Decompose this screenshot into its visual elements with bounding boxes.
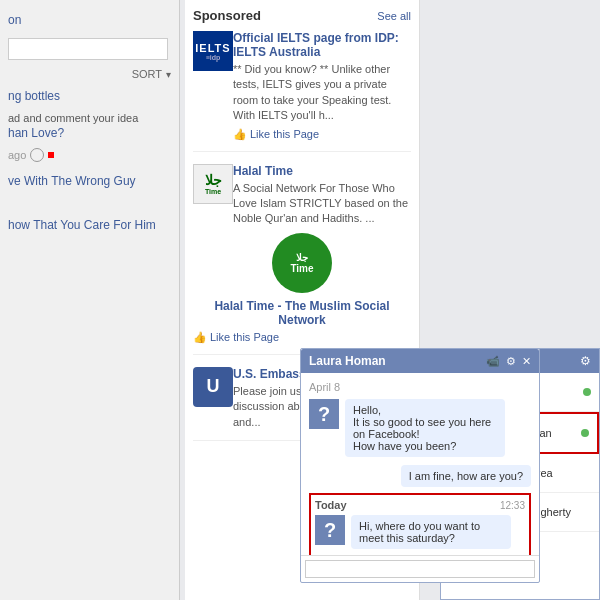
halal-center: جلاTime Halal Time - The Muslim Social N… — [193, 233, 411, 327]
today-sender-avatar: ? — [315, 515, 345, 545]
ad-content-ielts: Official IELTS page from IDP: IELTS Aust… — [233, 31, 411, 141]
nav-item-on[interactable]: on — [8, 10, 171, 30]
today-chat-bubble: Hi, where do you want to meet this satur… — [351, 515, 511, 549]
halal-ad-content: Halal Time A Social Network For Those Wh… — [233, 164, 411, 227]
chat-popup-name: Laura Homan — [309, 354, 386, 368]
chat-close-icon[interactable]: ✕ — [522, 355, 531, 368]
halal-like-label: Like this Page — [210, 331, 279, 343]
halal-big-logo: جلاTime — [272, 233, 332, 293]
thumbs-up-icon: 👍 — [233, 128, 247, 141]
halal-ad-title[interactable]: Halal Time — [233, 164, 411, 178]
halal-ad-desc: A Social Network For Those Who Love Isla… — [233, 181, 411, 227]
ielts-like-button[interactable]: 👍 Like this Page — [233, 128, 411, 141]
chat-gear-icon[interactable]: ⚙ — [580, 354, 591, 368]
ielts-like-label: Like this Page — [250, 128, 319, 140]
chat-popup: Laura Homan 📹 ⚙ ✕ April 8 ? Hello,It is … — [300, 348, 540, 583]
chat-header-icons: 📹 ⚙ ✕ — [486, 355, 531, 368]
chat-text-input[interactable] — [305, 560, 535, 578]
chat-date-april: April 8 — [309, 381, 531, 393]
laura-online-dot — [581, 429, 589, 437]
story-link-care[interactable]: how That You Care For Him — [8, 218, 171, 232]
group-item-bottles[interactable]: ng bottles — [8, 86, 171, 106]
halal-logo-small: جلا Time — [193, 164, 233, 204]
halal-link-title[interactable]: Halal Time - The Muslim Social Network — [193, 299, 411, 327]
halal-top-row: جلا Time Halal Time A Social Network For… — [193, 164, 411, 227]
embassy-logo: U — [193, 367, 233, 407]
katia-online-dot — [583, 388, 591, 396]
ad-item-ielts: IELTS ≡idp Official IELTS page from IDP:… — [193, 31, 411, 152]
question-link[interactable]: han Love? — [8, 126, 171, 140]
notification-dot — [48, 152, 54, 158]
chat-own-message: I am fine, how are you? — [309, 465, 531, 487]
sort-label: SORT — [132, 68, 162, 80]
ago-label: ago — [8, 149, 26, 161]
today-section: Today 12:33 ? Hi, where do you want to m… — [309, 493, 531, 555]
sponsored-header: Sponsored See all — [193, 8, 411, 23]
embassy-icon: U — [207, 376, 220, 397]
today-header: Today 12:33 — [315, 499, 525, 511]
today-label: Today — [315, 499, 347, 511]
idea-text: ad and comment your idea — [8, 112, 171, 124]
sort-arrow-icon: ▾ — [166, 69, 171, 80]
laura-chat-avatar: ? — [309, 399, 339, 429]
ielts-ad-desc: ** Did you know? ** Unlike other tests, … — [233, 62, 411, 124]
chat-bubble-hello: Hello,It is so good to see you here on F… — [345, 399, 505, 457]
halal-like-button[interactable]: 👍 Like this Page — [193, 331, 411, 344]
left-sidebar: on SORT ▾ ng bottles ad and comment your… — [0, 0, 180, 600]
story-link-wrong-guy[interactable]: ve With The Wrong Guy — [8, 174, 171, 188]
chat-body: April 8 ? Hello,It is so good to see you… — [301, 373, 539, 555]
today-time: 12:33 — [500, 500, 525, 511]
video-call-icon[interactable]: 📹 — [486, 355, 500, 368]
chat-bubble-fine: I am fine, how are you? — [401, 465, 531, 487]
globe-icon — [30, 148, 44, 162]
today-message-row: ? Hi, where do you want to meet this sat… — [315, 515, 525, 549]
chat-input-row — [301, 555, 539, 582]
ago-row: ago — [8, 148, 171, 162]
see-all-link[interactable]: See all — [377, 10, 411, 22]
chat-message-other: ? Hello,It is so good to see you here on… — [309, 399, 531, 457]
thumbs-up-icon-halal: 👍 — [193, 331, 207, 344]
chat-settings-icon[interactable]: ⚙ — [506, 355, 516, 368]
ad-item-halal: جلا Time Halal Time A Social Network For… — [193, 164, 411, 355]
chat-popup-header: Laura Homan 📹 ⚙ ✕ — [301, 349, 539, 373]
sponsored-title: Sponsored — [193, 8, 261, 23]
ielts-ad-title[interactable]: Official IELTS page from IDP: IELTS Aust… — [233, 31, 411, 59]
ielts-logo: IELTS ≡idp — [193, 31, 233, 71]
search-input[interactable] — [8, 38, 168, 60]
